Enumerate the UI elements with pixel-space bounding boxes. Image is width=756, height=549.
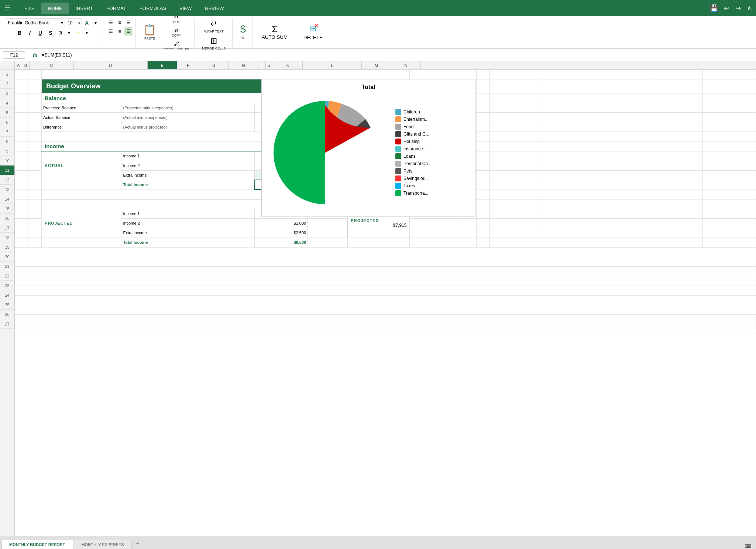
cell-10j[interactable] [476,161,489,170]
cell-5d[interactable]: (Actual minus expenses) [121,113,255,122]
cell-5j[interactable] [476,113,489,122]
italic-button[interactable]: I [25,28,35,38]
cell-6a[interactable] [15,122,28,132]
cell-7a[interactable] [15,132,28,141]
copy-button[interactable]: ⧉ COPY [161,26,191,39]
cell-4l[interactable] [543,103,649,113]
cell-2l[interactable] [543,79,649,93]
cell-17b[interactable] [28,228,42,238]
cell-1k[interactable] [489,70,543,79]
cell-3n[interactable] [702,93,756,103]
cell-11l[interactable] [543,170,649,180]
delete-button[interactable]: ⊞ ✕ DELETE [300,18,326,45]
cut-button[interactable]: ✂ CUT [161,13,191,25]
strikethrough-button[interactable]: S [46,28,55,38]
cell-4a[interactable] [15,103,28,113]
cell-13n[interactable] [702,190,756,199]
highlight-button[interactable]: A [74,29,82,37]
nav-formulas[interactable]: FORMULAS [133,3,173,14]
cell-13a[interactable] [15,190,28,199]
cell-13m[interactable] [649,190,702,199]
col-header-h[interactable]: H [229,61,258,69]
cell-1j[interactable] [476,70,489,79]
cell-18m[interactable] [649,238,702,247]
row-11[interactable]: 11 [0,166,14,175]
cell-12d[interactable]: Total income [121,180,255,190]
cell-10k[interactable] [489,161,543,170]
row-10[interactable]: 10 [0,156,14,166]
cell-16a[interactable] [15,218,28,228]
cell-12a[interactable] [15,180,28,190]
col-header-a[interactable]: A [15,61,22,69]
cell-7b[interactable] [28,132,42,141]
cell-17n[interactable] [702,228,756,238]
row-12[interactable]: 12 [0,175,14,185]
row-4[interactable]: 4 [0,98,14,108]
cell-4d[interactable]: (Projected minus expenses) [121,103,255,113]
row-16[interactable]: 16 [0,214,14,223]
cell-11d[interactable]: Extra income [121,170,255,180]
cell-6l[interactable] [543,122,649,132]
cell-16h[interactable] [410,218,463,228]
cell-17f[interactable] [308,228,348,238]
cell-8l[interactable] [543,141,649,151]
cell-9m[interactable] [649,151,702,161]
row-3[interactable]: 3 [0,89,14,98]
cell-2n[interactable] [702,79,756,93]
row-27[interactable]: 27 [0,319,14,329]
cell-2k[interactable] [489,79,543,93]
cell-8a[interactable] [15,141,28,151]
cell-11j[interactable] [476,170,489,180]
font-color-arrow[interactable]: ▾ [92,19,100,27]
cell-4k[interactable] [489,103,543,113]
cell-11k[interactable] [489,170,543,180]
row-9[interactable]: 9 [0,146,14,156]
cell-5k[interactable] [489,113,543,122]
cell-22[interactable] [15,276,756,286]
cell-11n[interactable] [702,170,756,180]
col-header-n[interactable]: N [391,61,421,69]
cell-16k[interactable] [489,218,543,228]
cell-17i[interactable] [463,228,476,238]
align-bottom-center-button[interactable]: ≡ [116,27,124,35]
cell-9d[interactable]: Income 1 [121,151,255,161]
cell-8m[interactable] [649,141,702,151]
cell-17a[interactable] [15,228,28,238]
cell-4n[interactable] [702,103,756,113]
cell-10b[interactable] [28,161,42,170]
cell-1i[interactable] [463,70,476,79]
cell-7l[interactable] [543,132,649,141]
cell-7m[interactable] [649,132,702,141]
cell-18g[interactable] [348,238,410,247]
cell-18l[interactable] [543,238,649,247]
row-14[interactable]: 14 [0,194,14,204]
align-center-button[interactable]: ≡ [116,18,124,27]
cell-5a[interactable] [15,113,28,122]
cell-5c[interactable]: Actual Balance [42,113,121,122]
borders-arrow[interactable]: ▾ [65,29,73,37]
formula-input[interactable] [40,52,753,58]
cell-9a[interactable] [15,151,28,161]
tab-monthly-budget[interactable]: MONTHLY BUDGET REPORT [1,540,73,549]
cell-18i[interactable] [463,238,476,247]
cell-14k[interactable] [489,199,543,209]
cell-7k[interactable] [489,132,543,141]
wrap-text-button[interactable]: ↵ WRAP TEXT [200,18,227,35]
cell-2a[interactable] [15,79,28,93]
cell-16e[interactable]: $1,000 [254,218,307,228]
cell-7n[interactable] [702,132,756,141]
align-bottom-right-button[interactable]: ☰ [124,27,133,35]
cell-11b[interactable] [28,170,42,180]
cell-17m[interactable] [649,228,702,238]
cell-18e[interactable]: $9,500 [254,238,307,247]
auto-sum-button[interactable]: Σ AUTO SUM [257,18,293,45]
row-15[interactable]: 15 [0,204,14,214]
col-header-i[interactable]: I [258,61,266,69]
cell-17j[interactable] [476,228,489,238]
font-name-selector[interactable]: Franklin Gothic Book ▾ [6,18,65,27]
cell-21[interactable] [15,266,756,276]
nav-home[interactable]: HOME [41,3,69,14]
cell-19[interactable] [15,247,756,257]
font-size-selector[interactable]: 10 ▾ [66,18,82,27]
cell-4j[interactable] [476,103,489,113]
